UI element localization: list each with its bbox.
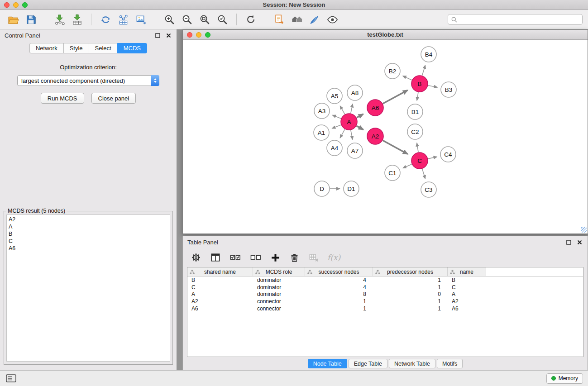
graph-node-C4[interactable]: C4	[440, 147, 456, 162]
tab-edge-table[interactable]: Edge Table	[349, 359, 387, 368]
graph-node-A8[interactable]: A8	[347, 85, 363, 100]
apply-style-button[interactable]	[307, 12, 322, 27]
network-graph[interactable]: AA6A2BCA5A8A3A1A4A7B2B4B3B1C2C4C1C3DD1	[183, 40, 588, 234]
share-network-button[interactable]	[98, 12, 113, 27]
tab-mcds[interactable]: MCDS	[117, 43, 147, 53]
console-button[interactable]	[5, 373, 17, 383]
float-panel-button[interactable]	[154, 32, 161, 39]
close-control-panel-button[interactable]	[165, 32, 172, 39]
tab-network-table[interactable]: Network Table	[389, 359, 435, 368]
tab-network[interactable]: Network	[29, 43, 63, 53]
graph-node-C2[interactable]: C2	[407, 124, 423, 139]
graph-node-A[interactable]: A	[341, 114, 357, 130]
mcds-result-item[interactable]: A6	[9, 245, 168, 252]
mcds-result-list[interactable]: A2ABCA6	[6, 214, 170, 362]
zoom-in-button[interactable]	[162, 12, 177, 27]
delete-row-button[interactable]	[289, 252, 300, 263]
zoom-out-button[interactable]	[179, 12, 195, 27]
graph-node-D[interactable]: D	[314, 181, 330, 196]
import-table-button[interactable]	[69, 12, 85, 27]
graph-edge-B-B2[interactable]	[403, 76, 412, 80]
graph-node-A3[interactable]: A3	[314, 103, 330, 119]
zoom-selected-button[interactable]	[215, 12, 230, 27]
graph-node-A7[interactable]: A7	[347, 143, 363, 158]
graph-edge-A-A3[interactable]	[332, 115, 341, 119]
graph-node-A5[interactable]: A5	[327, 88, 342, 104]
graph-edge-B-B4[interactable]	[422, 65, 425, 76]
table-row[interactable]: A6connector11A6	[187, 305, 583, 312]
show-all-button[interactable]	[325, 12, 340, 27]
column-header-successor-nodes[interactable]: successor nodes	[305, 267, 373, 276]
network-zoom-button[interactable]	[205, 32, 210, 38]
graph-node-B3[interactable]: B3	[441, 82, 456, 97]
close-panel-button[interactable]: Close panel	[91, 93, 136, 104]
graph-node-B4[interactable]: B4	[421, 47, 436, 62]
graph-edge-A-A6[interactable]	[357, 114, 363, 118]
network-minimize-button[interactable]	[196, 32, 201, 38]
graph-node-A2[interactable]: A2	[367, 128, 383, 144]
table-row[interactable]: Adominator80A	[187, 291, 583, 298]
home-view-button[interactable]	[289, 12, 305, 27]
graph-node-C3[interactable]: C3	[421, 182, 436, 197]
graph-node-C[interactable]: C	[411, 152, 428, 169]
graph-edge-C-C1[interactable]	[403, 164, 412, 168]
graph-edge-A-A8[interactable]	[351, 104, 353, 114]
function-builder-button[interactable]: f(x)	[327, 253, 340, 262]
memory-button[interactable]: Memory	[546, 373, 583, 384]
network-canvas[interactable]: AA6A2BCA5A8A3A1A4A7B2B4B3B1C2C4C1C3DD1	[183, 40, 588, 234]
graph-edge-A-A2[interactable]	[357, 126, 363, 129]
float-table-panel-button[interactable]	[565, 239, 572, 246]
resize-handle[interactable]	[581, 227, 587, 233]
graph-node-A6[interactable]: A6	[367, 100, 383, 116]
graph-edge-B-B1[interactable]	[417, 92, 418, 101]
tab-select[interactable]: Select	[89, 43, 117, 53]
column-header-mcds-role[interactable]: MCDS role	[253, 267, 305, 276]
graph-edge-C-C2[interactable]	[417, 143, 418, 152]
save-session-button[interactable]	[23, 12, 38, 27]
search-box[interactable]	[448, 14, 583, 25]
mcds-result-item[interactable]: B	[9, 230, 168, 238]
network-table-button[interactable]	[115, 12, 131, 27]
graph-edge-A2-C[interactable]	[383, 140, 408, 154]
open-file-button[interactable]	[5, 12, 21, 27]
mcds-result-item[interactable]: A	[9, 223, 168, 230]
close-window-button[interactable]	[4, 2, 10, 8]
minimize-window-button[interactable]	[13, 2, 19, 8]
mcds-result-item[interactable]: A2	[9, 216, 168, 223]
mcds-result-item[interactable]: C	[9, 238, 168, 245]
zoom-fit-button[interactable]	[197, 12, 212, 27]
refresh-layout-button[interactable]	[243, 12, 258, 27]
first-neighbors-button[interactable]	[272, 12, 287, 27]
graph-node-C1[interactable]: C1	[385, 165, 400, 181]
split-panel-button[interactable]	[210, 252, 221, 263]
zoom-window-button[interactable]	[22, 2, 28, 8]
select-all-button[interactable]	[229, 252, 242, 263]
graph-edge-A-A4[interactable]	[340, 129, 345, 138]
graph-node-D1[interactable]: D1	[344, 181, 359, 196]
graph-edge-A-A5[interactable]	[340, 106, 345, 114]
run-mcds-button[interactable]: Run MCDS	[41, 93, 84, 104]
graph-edge-B-B3[interactable]	[428, 86, 438, 87]
unselect-all-button[interactable]	[249, 252, 262, 263]
table-row[interactable]: A2connector11A2	[187, 298, 583, 305]
criterion-dropdown[interactable]: largest connected component (directed)	[17, 75, 159, 86]
table-settings-button[interactable]	[190, 252, 202, 263]
graph-node-B[interactable]: B	[411, 76, 428, 92]
close-table-panel-button[interactable]	[576, 239, 583, 246]
graph-node-B1[interactable]: B1	[407, 104, 423, 119]
search-input[interactable]	[459, 16, 579, 23]
table-row[interactable]: Cdominator41C	[187, 284, 583, 291]
graph-node-A1[interactable]: A1	[314, 125, 329, 140]
graph-node-B2[interactable]: B2	[385, 63, 400, 79]
graph-edge-A6-B[interactable]	[383, 90, 408, 104]
network-close-button[interactable]	[187, 32, 192, 38]
import-network-button[interactable]	[52, 12, 67, 27]
graph-edge-A-A1[interactable]	[332, 125, 341, 129]
graph-edge-A-A7[interactable]	[351, 130, 353, 140]
column-header-name[interactable]: name	[448, 267, 486, 276]
tab-motifs[interactable]: Motifs	[437, 359, 463, 368]
delete-table-button[interactable]	[308, 252, 320, 263]
tab-style[interactable]: Style	[63, 43, 89, 53]
graph-edge-C-C3[interactable]	[422, 169, 425, 179]
export-image-button[interactable]	[133, 12, 148, 27]
